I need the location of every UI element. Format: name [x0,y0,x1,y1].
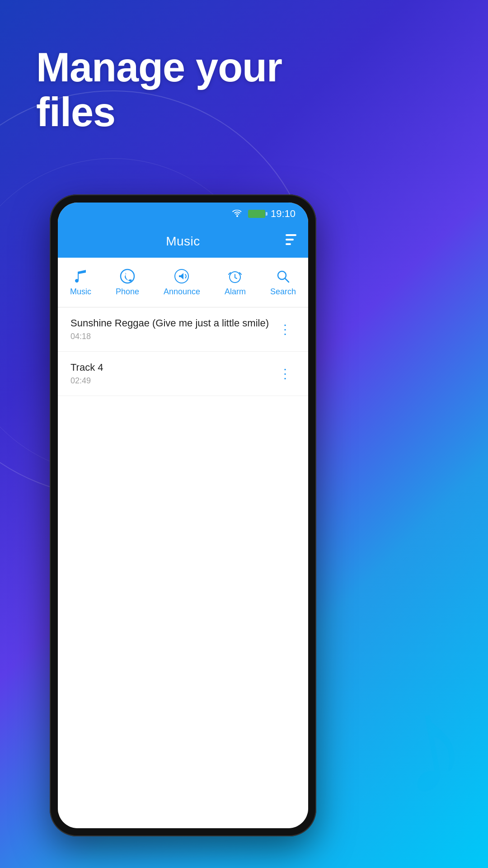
bg-music-note-icon: ♪ [385,662,479,828]
track-duration-2: 02:49 [70,376,275,386]
track-menu-btn-2[interactable]: ⋮ [275,364,296,384]
svg-rect-0 [286,234,296,236]
track-info-1: Sunshine Reggae (Give me just a little s… [70,317,275,341]
tab-announce-label: Announce [164,287,200,297]
headline-line1: Manage your [36,45,282,90]
headline: Manage your files [36,45,282,135]
svg-rect-2 [286,243,291,245]
tab-phone[interactable]: Phone [110,264,145,301]
phone-mockup: 19:10 Music [50,194,316,836]
tab-search[interactable]: Search [265,264,301,301]
track-item-1[interactable]: Sunshine Reggae (Give me just a little s… [58,307,308,352]
app-title: Music [166,234,200,249]
tab-announce[interactable]: Announce [158,264,206,301]
track-name-2: Track 4 [70,362,275,373]
tab-music-label: Music [70,287,91,297]
svg-line-7 [285,278,289,282]
tab-search-label: Search [270,287,296,297]
svg-point-3 [121,269,134,283]
track-menu-btn-1[interactable]: ⋮ [275,320,296,340]
battery-icon [248,210,265,218]
track-list: Sunshine Reggae (Give me just a little s… [58,307,308,828]
tab-music[interactable]: Music [65,264,97,301]
wifi-icon [232,209,243,219]
headline-line2: files [36,90,115,135]
phone-frame: 19:10 Music [50,194,316,836]
svg-rect-1 [286,239,294,241]
phone-screen: 19:10 Music [58,203,308,828]
track-duration-1: 04:18 [70,332,275,341]
tab-alarm[interactable]: Alarm [219,264,251,301]
status-time: 19:10 [271,208,296,220]
sort-icon[interactable] [286,234,299,249]
app-header: Music [58,225,308,258]
track-name-1: Sunshine Reggae (Give me just a little s… [70,317,275,329]
status-bar: 19:10 [58,203,308,225]
track-info-2: Track 4 02:49 [70,362,275,386]
track-item-2[interactable]: Track 4 02:49 ⋮ [58,352,308,396]
tab-alarm-label: Alarm [225,287,246,297]
tab-bar: Music Phone Ann [58,258,308,307]
tab-phone-label: Phone [116,287,139,297]
